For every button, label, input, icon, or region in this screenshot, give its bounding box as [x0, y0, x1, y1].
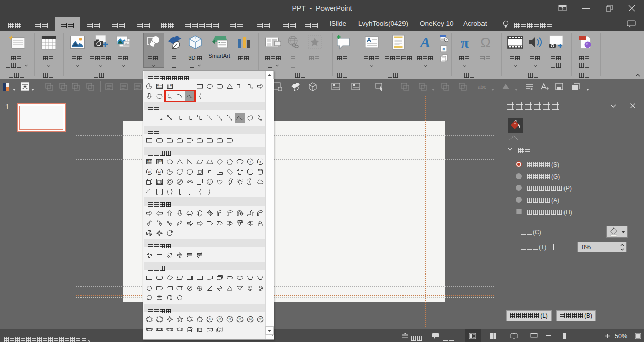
svg-text:A: A: [419, 35, 430, 50]
svg-text:Ω: Ω: [480, 35, 490, 50]
svg-text:π: π: [461, 35, 469, 50]
svg-text:#: #: [442, 47, 445, 52]
svg-text:abc: abc: [478, 84, 486, 90]
